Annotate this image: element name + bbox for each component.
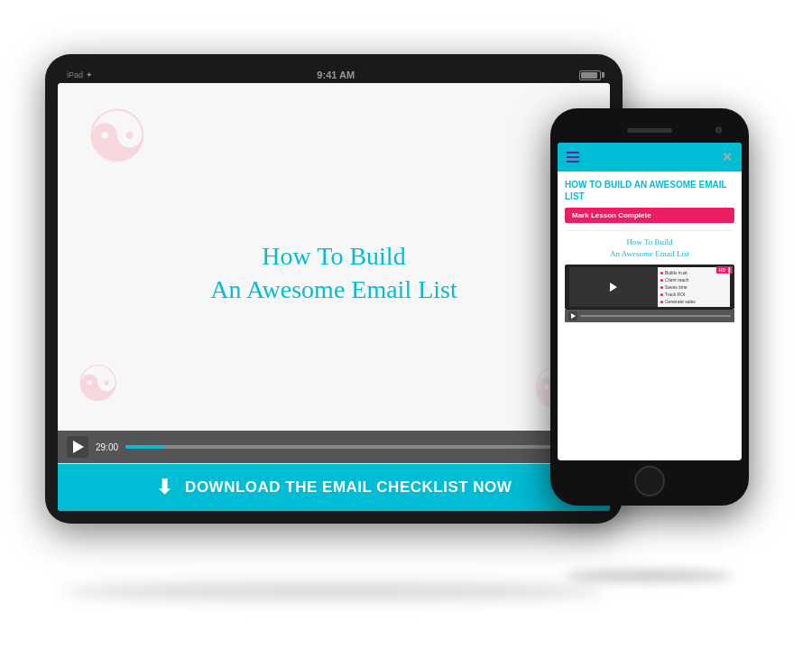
swirl-top-left-icon: ☯ — [85, 101, 150, 173]
phone-camera-icon — [715, 127, 722, 134]
download-icon: ⬇ — [156, 476, 173, 499]
bullet-dot-icon — [660, 293, 663, 296]
phone-progress-bar[interactable] — [580, 315, 731, 317]
phone-home-button[interactable] — [634, 466, 665, 497]
phone: ✕ HOW TO BUILD AN AWESOME EMAIL LIST Mar… — [550, 108, 749, 506]
tablet-screen-inner: ☯ ☯ ☯ How To Build An Awesome Email List — [58, 83, 610, 511]
bullet-client-reach: Client reach — [660, 277, 727, 283]
video-progress-bar[interactable] — [125, 445, 601, 449]
phone-video-title: How To Build An Awesome Email List — [610, 237, 689, 259]
tablet-wifi-status: iPad ✦ — [67, 70, 93, 79]
play-triangle-icon — [73, 441, 84, 453]
phone-screen: ✕ HOW TO BUILD AN AWESOME EMAIL LIST Mar… — [558, 143, 742, 460]
tablet-screen: ☯ ☯ ☯ How To Build An Awesome Email List — [58, 83, 610, 511]
tablet-video-title: How To Build An Awesome Email List — [210, 240, 457, 306]
phone-video-play-area[interactable] — [569, 267, 658, 307]
phone-shadow — [565, 570, 733, 582]
phone-top-bar — [558, 117, 742, 143]
bullet-dot-icon — [660, 286, 663, 289]
video-controls-bar: 29:00 — [58, 431, 610, 463]
phone-header-bar: ✕ — [558, 143, 742, 172]
tablet-title-text: How To Build An Awesome Email List — [210, 240, 457, 306]
tablet-clock: 9:41 AM — [317, 70, 355, 80]
phone-play-button[interactable] — [568, 311, 577, 320]
hamburger-menu-icon[interactable] — [567, 152, 579, 162]
bullet-dot-icon — [660, 272, 663, 274]
phone-video-controls — [565, 310, 734, 322]
phone-video-thumbnail: Builds trust Client reach Saves time — [565, 265, 734, 310]
tablet-shadow — [63, 582, 604, 600]
tablet: iPad ✦ 9:41 AM ☯ ☯ ☯ How To Bui — [45, 54, 623, 524]
hd-badge: HD ▐ — [716, 266, 733, 274]
download-banner[interactable]: ⬇ DOWNLOAD THE EMAIL CHECKLIST NOW — [58, 464, 610, 511]
video-progress-fill — [125, 445, 163, 449]
phone-video-thumb-inner: Builds trust Client reach Saves time — [569, 267, 730, 307]
tablet-video-area: ☯ ☯ ☯ How To Build An Awesome Email List — [58, 83, 610, 464]
phone-lesson-title: HOW TO BUILD AN AWESOME EMAIL LIST — [565, 179, 734, 202]
scene: iPad ✦ 9:41 AM ☯ ☯ ☯ How To Bui — [0, 0, 812, 650]
tablet-battery-icon — [579, 70, 601, 80]
bullet-saves-time: Saves time — [660, 284, 727, 290]
tablet-battery-fill — [581, 72, 597, 79]
swirl-bottom-left-icon: ☯ — [76, 359, 120, 409]
phone-divider — [565, 230, 734, 231]
ipad-label: iPad ✦ — [67, 70, 93, 79]
phone-content: HOW TO BUILD AN AWESOME EMAIL LIST Mark … — [558, 172, 742, 460]
close-icon[interactable]: ✕ — [722, 150, 733, 164]
video-time-display: 29:00 — [96, 442, 118, 452]
bullet-dot-icon — [660, 279, 663, 282]
bullet-dot-icon — [660, 301, 663, 303]
download-banner-text: DOWNLOAD THE EMAIL CHECKLIST NOW — [185, 478, 512, 497]
phone-speaker — [627, 128, 672, 133]
play-button[interactable] — [67, 436, 88, 458]
bullet-generate-sales: Generate sales — [660, 299, 727, 304]
phone-video-section: How To Build An Awesome Email List B — [565, 237, 734, 322]
phone-play-triangle-icon — [571, 313, 576, 319]
phone-mini-play-icon — [610, 283, 617, 292]
bullet-track-roi: Track ROI — [660, 292, 727, 297]
mark-lesson-complete-button[interactable]: Mark Lesson Complete — [565, 208, 734, 223]
